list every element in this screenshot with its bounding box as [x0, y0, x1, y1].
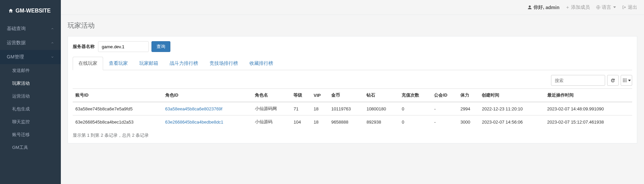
- data-table: 账号ID角色ID角色名等级VIP金币钻石充值次数公会ID体力创建时间最近操作时间…: [73, 88, 632, 128]
- topbar: 你好, admin 添加成员 语言 退出: [61, 0, 644, 15]
- sidebar-item-2-2[interactable]: 运营活动: [0, 90, 61, 103]
- cell-gold: 9658888: [329, 115, 364, 129]
- column-header[interactable]: 最近操作时间: [545, 89, 632, 102]
- cell-recharge: 0: [399, 115, 431, 129]
- tab-1[interactable]: 查看玩家: [103, 57, 134, 70]
- filter-row: 服务器名称 查询: [73, 41, 632, 52]
- column-header[interactable]: 等级: [291, 89, 311, 102]
- chevron-up-icon: [51, 41, 54, 45]
- sidebar-item-2-1[interactable]: 玩家活动: [0, 77, 61, 90]
- chevron-down-icon: [628, 80, 631, 81]
- svg-rect-2: [624, 79, 625, 79]
- table-body: 63a58ee745b8ca6e7e5a9fd563a58eea45b8ca6e…: [73, 102, 632, 128]
- cell-recharge: 0: [399, 102, 431, 115]
- cell-stamina: 2994: [458, 102, 479, 115]
- plus-icon: [566, 5, 570, 9]
- sidebar-item-2-3[interactable]: 礼包生成: [0, 103, 61, 115]
- topbar-language[interactable]: 语言: [596, 4, 616, 10]
- tab-4[interactable]: 竞技场排行榜: [204, 57, 244, 70]
- page-title: 玩家活动: [68, 21, 637, 30]
- column-header[interactable]: 公会ID: [431, 89, 458, 102]
- topbar-greeting[interactable]: 你好, admin: [527, 4, 559, 10]
- search-input[interactable]: [551, 75, 605, 86]
- svg-rect-1: [623, 79, 623, 79]
- role-id-link[interactable]: 63a58eea45b8ca6e8023769f: [165, 106, 222, 111]
- nav: 基础查询运营数据GM管理发送邮件玩家活动运营活动礼包生成聊天监控账号迁移GM工具: [0, 22, 61, 154]
- cell-last_op: 2023-02-07 14:48:09.991090: [545, 102, 632, 115]
- cell-created: 2023-02-07 14:56:06: [479, 115, 544, 129]
- table-row: 63a58ee745b8ca6e7e5a9fd563a58eea45b8ca6e…: [73, 102, 632, 115]
- table-header-row: 账号ID角色ID角色名等级VIP金币钻石充值次数公会ID体力创建时间最近操作时间: [73, 89, 632, 102]
- column-header[interactable]: 账号ID: [73, 89, 163, 102]
- tab-3[interactable]: 战斗力排行榜: [164, 57, 204, 70]
- tabs: 在线玩家查看玩家玩家邮箱战斗力排行榜竞技场排行榜收藏排行榜: [73, 57, 632, 70]
- cell-account: 63a58ee745b8ca6e7e5a9fd5: [73, 102, 163, 115]
- cell-gold: 10119763: [329, 102, 364, 115]
- sidebar-group-0[interactable]: 基础查询: [0, 22, 61, 36]
- cell-role_name: 小仙源码网: [252, 102, 291, 115]
- cell-role_name: 小仙源码: [252, 115, 291, 129]
- sidebar-item-2-0[interactable]: 发送邮件: [0, 64, 61, 77]
- cell-level: 104: [291, 115, 311, 129]
- panel: 服务器名称 查询 在线玩家查看玩家玩家邮箱战斗力排行榜竞技场排行榜收藏排行榜 账…: [68, 36, 637, 143]
- column-header[interactable]: 金币: [329, 89, 364, 102]
- grid-icon: [622, 78, 627, 83]
- columns-button[interactable]: [621, 75, 632, 86]
- table-row: 63e2668545b8ca4bec1d2a5363e2668645b8ca4b…: [73, 115, 632, 129]
- cell-account: 63e2668545b8ca4bec1d2a53: [73, 115, 163, 129]
- column-header[interactable]: 角色名: [252, 89, 291, 102]
- filter-label: 服务器名称: [73, 44, 95, 50]
- cell-last_op: 2023-02-07 15:12:07.461938: [545, 115, 632, 129]
- tab-5[interactable]: 收藏排行榜: [244, 57, 279, 70]
- sidebar-item-2-4[interactable]: 聊天监控: [0, 115, 61, 128]
- sidebar-group-1[interactable]: 运营数据: [0, 36, 61, 50]
- add-member-label: 添加成员: [571, 4, 590, 10]
- table-footer: 显示第 1 到第 2 条记录，总共 2 条记录: [73, 132, 632, 138]
- cell-vip: 18: [311, 115, 329, 129]
- column-header[interactable]: 充值次数: [399, 89, 431, 102]
- column-header[interactable]: 钻石: [364, 89, 399, 102]
- svg-rect-9: [625, 81, 626, 82]
- brand-text: GM-WEBSITE: [16, 8, 51, 14]
- query-button[interactable]: 查询: [151, 41, 170, 52]
- tab-0[interactable]: 在线玩家: [73, 57, 103, 70]
- cell-role_id: 63e2668645b8ca4bedbe8dc1: [163, 115, 253, 129]
- language-label: 语言: [602, 4, 611, 10]
- cell-guild: -: [431, 102, 458, 115]
- cell-stamina: 3000: [458, 115, 479, 129]
- content: 玩家活动 服务器名称 查询 在线玩家查看玩家玩家邮箱战斗力排行榜竞技场排行榜收藏…: [61, 15, 644, 150]
- refresh-icon: [611, 78, 615, 83]
- topbar-add-member[interactable]: 添加成员: [566, 4, 590, 10]
- sidebar-group-label: 运营数据: [7, 40, 26, 46]
- svg-rect-6: [625, 80, 626, 81]
- sidebar-item-2-6[interactable]: GM工具: [0, 141, 61, 154]
- tab-2[interactable]: 玩家邮箱: [134, 57, 164, 70]
- role-id-link[interactable]: 63e2668645b8ca4bedbe8dc1: [165, 120, 223, 125]
- svg-rect-5: [624, 80, 625, 81]
- cell-diamond: 892938: [364, 115, 399, 129]
- chevron-down-icon: [51, 55, 54, 59]
- brand[interactable]: GM-WEBSITE: [0, 0, 61, 22]
- sidebar-group-label: GM管理: [7, 54, 24, 60]
- greeting-prefix: 你好,: [533, 4, 544, 10]
- refresh-button[interactable]: [607, 75, 619, 86]
- cell-created: 2022-12-23 11:20:10: [479, 102, 544, 115]
- sidebar-group-2[interactable]: GM管理: [0, 50, 61, 64]
- greeting-username: admin: [546, 5, 559, 10]
- server-name-input[interactable]: [98, 41, 149, 52]
- column-header[interactable]: 体力: [458, 89, 479, 102]
- table-toolbar: [73, 75, 632, 86]
- column-header[interactable]: VIP: [311, 89, 329, 102]
- svg-rect-7: [623, 81, 623, 82]
- column-header[interactable]: 创建时间: [479, 89, 544, 102]
- column-header[interactable]: 角色ID: [163, 89, 253, 102]
- sidebar-item-2-5[interactable]: 账号迁移: [0, 128, 61, 141]
- user-icon: [527, 5, 532, 10]
- cell-guild: -: [431, 115, 458, 129]
- sidebar-group-label: 基础查询: [7, 26, 26, 32]
- svg-rect-4: [623, 80, 623, 81]
- topbar-logout[interactable]: 退出: [622, 4, 637, 10]
- sidebar: GM-WEBSITE 基础查询运营数据GM管理发送邮件玩家活动运营活动礼包生成聊…: [0, 0, 61, 184]
- chevron-up-icon: [51, 27, 54, 30]
- logout-icon: [622, 5, 626, 9]
